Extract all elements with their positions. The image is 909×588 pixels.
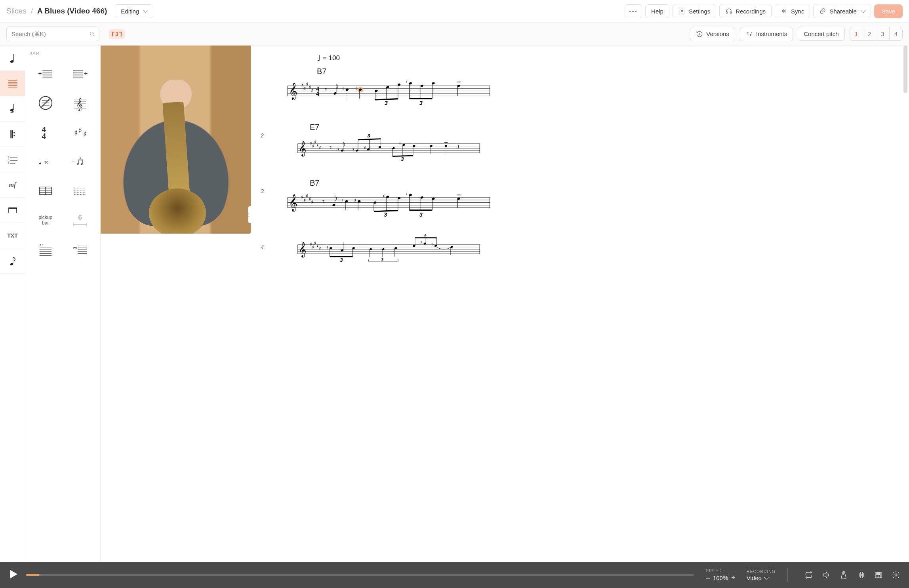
rail-text[interactable]: TXT bbox=[0, 223, 25, 248]
page-4[interactable]: 4 bbox=[889, 27, 902, 40]
svg-text:♯: ♯ bbox=[364, 145, 366, 150]
speed-decrease[interactable]: – bbox=[706, 574, 710, 582]
settings-gear-icon[interactable] bbox=[892, 571, 900, 579]
tuner-icon[interactable] bbox=[857, 571, 865, 579]
svg-text:3: 3 bbox=[80, 156, 81, 159]
video-player[interactable] bbox=[101, 46, 251, 234]
tool-clef[interactable]: 𝄞 bbox=[64, 90, 97, 116]
chevron-down-icon bbox=[764, 575, 768, 579]
page-title: A Blues (Video 466) bbox=[37, 7, 107, 15]
svg-text:4: 4 bbox=[316, 90, 319, 97]
rail-staff[interactable] bbox=[0, 71, 25, 96]
recordings-label: Recordings bbox=[736, 8, 766, 15]
multirest-number: 6 bbox=[78, 213, 82, 222]
chord-symbol: B7 bbox=[317, 67, 901, 76]
svg-point-0 bbox=[681, 10, 683, 12]
svg-text:+: + bbox=[84, 69, 88, 77]
bar-number: 2 bbox=[261, 132, 264, 139]
playback-timeline[interactable] bbox=[26, 574, 694, 576]
metronome-icon[interactable] bbox=[839, 571, 848, 579]
tool-swing[interactable]: =3 bbox=[64, 148, 97, 175]
staff-system-2[interactable]: 2 E7 𝄞 ♯♯♯♯♯ 𝄾 ♮ ♮ ♯ 3 bbox=[262, 123, 901, 162]
score-area[interactable]: ♩ = 100 B7 𝄞 ♯♯♯♯♯ 4 4 bbox=[251, 46, 909, 562]
tool-rehearsal-mark[interactable]: 2 1 bbox=[29, 236, 62, 263]
search-input[interactable] bbox=[6, 27, 99, 41]
staff-system-4[interactable]: 4 𝄞 ♯♯♯♯♯ ♮ 3 bbox=[262, 234, 901, 263]
tool-add-bar-before[interactable]: + bbox=[29, 61, 62, 87]
versions-button[interactable]: Versions bbox=[690, 27, 735, 41]
top-bar: Slices / A Blues (Video 466) Editing •••… bbox=[0, 0, 909, 23]
svg-text:♮: ♮ bbox=[337, 147, 339, 151]
svg-text:♯: ♯ bbox=[355, 86, 358, 91]
svg-text:𝄾: 𝄾 bbox=[322, 200, 324, 203]
rail-note[interactable] bbox=[0, 46, 25, 71]
staff-system-1[interactable]: B7 𝄞 ♯♯♯♯♯ 4 4 𝄾 bbox=[262, 67, 901, 106]
headphones-icon bbox=[725, 8, 732, 15]
tool-key-signature[interactable]: ♯♯♯ bbox=[64, 119, 97, 145]
speed-value: 100% bbox=[713, 575, 728, 581]
staff-icon bbox=[7, 78, 18, 89]
svg-text:♯: ♯ bbox=[319, 246, 321, 251]
volume-icon[interactable] bbox=[822, 571, 831, 579]
breadcrumb-root[interactable]: Slices bbox=[6, 7, 27, 15]
more-button[interactable]: ••• bbox=[625, 4, 642, 18]
recordings-button[interactable]: Recordings bbox=[719, 4, 772, 18]
tool-time-signature[interactable]: 44 bbox=[29, 119, 62, 145]
rail-dynamics[interactable]: mf bbox=[0, 172, 25, 198]
search-icon bbox=[89, 31, 95, 37]
tool-multirest[interactable]: 6 bbox=[64, 207, 97, 233]
tool-coda[interactable] bbox=[64, 236, 97, 263]
tool-pickup-bar[interactable]: pickup bar bbox=[29, 207, 62, 233]
tool-add-bar-after[interactable]: + bbox=[64, 61, 97, 87]
page-2[interactable]: 2 bbox=[863, 27, 876, 40]
eighth-note-icon bbox=[7, 255, 18, 266]
shareable-dropdown[interactable]: Shareable bbox=[813, 4, 871, 18]
save-button[interactable]: Save bbox=[874, 4, 903, 18]
settings-button[interactable]: Settings bbox=[673, 4, 716, 18]
scrollbar-thumb[interactable] bbox=[903, 46, 907, 93]
tool-panel: BAR + + 𝄞 44 ♯♯♯ =90 =3 bbox=[25, 46, 101, 562]
tool-staff-lines[interactable] bbox=[64, 178, 97, 204]
recording-value: Video bbox=[747, 575, 762, 581]
help-button[interactable]: Help bbox=[645, 4, 669, 18]
svg-text:♯: ♯ bbox=[306, 193, 308, 199]
loop-icon[interactable] bbox=[804, 571, 813, 579]
rail-beam[interactable] bbox=[0, 198, 25, 223]
concert-pitch-button[interactable]: Concert pitch bbox=[798, 27, 844, 41]
tuplet-indicator[interactable]: 3 bbox=[109, 29, 125, 39]
playback-bar: SPEED – 100% + RECORDING Video bbox=[0, 562, 909, 588]
video-column: ⋮⋮ bbox=[101, 46, 251, 562]
staff-system-3[interactable]: 3 B7 𝄞 ♯♯♯♯♯ 𝄾 ♮ ♯ ♯ bbox=[262, 179, 901, 218]
link-icon bbox=[819, 8, 826, 15]
tool-tempo[interactable]: =90 bbox=[29, 148, 62, 175]
svg-rect-14 bbox=[10, 130, 11, 138]
svg-point-61 bbox=[81, 164, 83, 165]
rail-eighth[interactable] bbox=[0, 248, 25, 274]
help-label: Help bbox=[651, 8, 663, 15]
rail-repeat[interactable] bbox=[0, 122, 25, 147]
svg-line-163 bbox=[358, 139, 381, 140]
svg-point-270 bbox=[895, 574, 897, 576]
svg-text:♯: ♯ bbox=[303, 198, 306, 203]
recording-selector[interactable]: RECORDING Video bbox=[747, 569, 776, 581]
playbar-icon-group bbox=[799, 571, 900, 579]
play-button[interactable] bbox=[9, 569, 18, 581]
piano-icon[interactable] bbox=[874, 571, 883, 579]
svg-text:3: 3 bbox=[367, 133, 370, 139]
rail-tuplet[interactable]: 321 bbox=[0, 147, 25, 172]
svg-point-59 bbox=[77, 164, 79, 165]
svg-rect-2 bbox=[730, 12, 732, 14]
speed-label: SPEED bbox=[706, 568, 722, 573]
svg-text:♯: ♯ bbox=[420, 240, 422, 245]
mode-dropdown[interactable]: Editing bbox=[115, 4, 153, 18]
tool-bar-lines[interactable] bbox=[29, 178, 62, 204]
sync-button[interactable]: Sync bbox=[775, 4, 810, 18]
speed-increase[interactable]: + bbox=[731, 574, 736, 582]
instruments-button[interactable]: Instruments bbox=[740, 27, 793, 41]
svg-text:𝄞: 𝄞 bbox=[76, 97, 83, 111]
svg-rect-15 bbox=[12, 130, 13, 138]
tool-no-repeat[interactable] bbox=[29, 90, 62, 116]
page-1[interactable]: 1 bbox=[850, 27, 863, 40]
page-3[interactable]: 3 bbox=[876, 27, 889, 40]
rail-accent[interactable] bbox=[0, 96, 25, 122]
